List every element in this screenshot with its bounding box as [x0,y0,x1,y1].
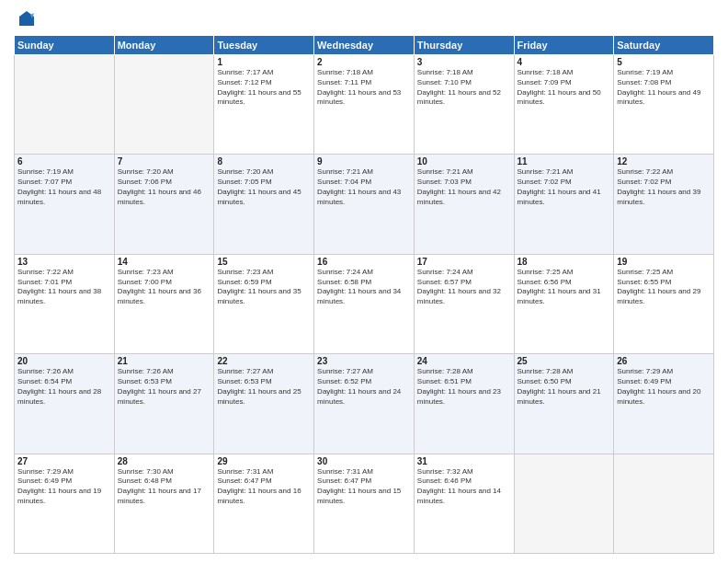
calendar-cell: 9Sunrise: 7:21 AMSunset: 7:04 PMDaylight… [314,155,415,254]
day-number: 22 [217,356,311,366]
day-number: 27 [17,456,111,466]
day-number: 15 [217,257,311,267]
calendar-cell [114,55,214,155]
day-info: Sunrise: 7:27 AMSunset: 6:52 PMDaylight:… [317,367,411,407]
calendar-cell: 30Sunrise: 7:31 AMSunset: 6:47 PMDayligh… [314,454,415,553]
day-info: Sunrise: 7:30 AMSunset: 6:48 PMDaylight:… [118,467,211,507]
day-number: 26 [617,356,711,366]
day-info: Sunrise: 7:29 AMSunset: 6:49 PMDaylight:… [17,467,111,507]
calendar-week-row: 13Sunrise: 7:22 AMSunset: 7:01 PMDayligh… [15,254,714,353]
calendar-table: SundayMondayTuesdayWednesdayThursdayFrid… [14,35,714,554]
weekday-header: Monday [114,36,214,55]
day-number: 16 [317,257,411,267]
day-info: Sunrise: 7:26 AMSunset: 6:54 PMDaylight:… [17,367,111,407]
day-number: 10 [417,156,511,167]
day-number: 1 [217,57,311,67]
calendar-cell: 17Sunrise: 7:24 AMSunset: 6:57 PMDayligh… [414,254,514,353]
calendar-cell: 3Sunrise: 7:18 AMSunset: 7:10 PMDaylight… [414,55,514,155]
day-info: Sunrise: 7:17 AMSunset: 7:12 PMDaylight:… [217,68,311,108]
day-number: 31 [417,456,511,466]
day-info: Sunrise: 7:18 AMSunset: 7:10 PMDaylight:… [417,68,511,108]
day-info: Sunrise: 7:20 AMSunset: 7:05 PMDaylight:… [217,167,311,207]
day-number: 12 [617,156,711,167]
day-info: Sunrise: 7:18 AMSunset: 7:09 PMDaylight:… [518,68,611,108]
day-number: 6 [17,156,111,167]
calendar-cell: 22Sunrise: 7:27 AMSunset: 6:53 PMDayligh… [214,354,314,454]
day-info: Sunrise: 7:32 AMSunset: 6:46 PMDaylight:… [417,467,511,507]
day-info: Sunrise: 7:22 AMSunset: 7:01 PMDaylight:… [17,268,111,307]
day-info: Sunrise: 7:26 AMSunset: 6:53 PMDaylight:… [118,367,211,407]
day-number: 19 [617,257,711,267]
weekday-header: Tuesday [214,36,314,55]
day-number: 8 [217,156,311,167]
calendar-cell: 2Sunrise: 7:18 AMSunset: 7:11 PMDaylight… [314,55,415,155]
day-number: 9 [317,156,411,167]
day-number: 17 [417,257,511,267]
day-info: Sunrise: 7:28 AMSunset: 6:50 PMDaylight:… [518,367,611,407]
day-info: Sunrise: 7:25 AMSunset: 6:56 PMDaylight:… [518,268,611,307]
day-number: 4 [518,57,611,67]
calendar-cell: 6Sunrise: 7:19 AMSunset: 7:07 PMDaylight… [15,155,115,254]
day-info: Sunrise: 7:20 AMSunset: 7:06 PMDaylight:… [118,167,211,207]
logo-icon [17,9,36,28]
day-number: 13 [17,257,111,267]
day-number: 18 [518,257,611,267]
day-number: 29 [217,456,311,466]
calendar-cell: 7Sunrise: 7:20 AMSunset: 7:06 PMDaylight… [114,155,214,254]
calendar-cell: 29Sunrise: 7:31 AMSunset: 6:47 PMDayligh… [214,454,314,553]
day-info: Sunrise: 7:22 AMSunset: 7:02 PMDaylight:… [617,167,711,207]
day-number: 2 [317,57,411,67]
day-info: Sunrise: 7:31 AMSunset: 6:47 PMDaylight:… [217,467,311,507]
calendar-cell: 26Sunrise: 7:29 AMSunset: 6:49 PMDayligh… [614,354,714,454]
day-number: 20 [17,356,111,366]
calendar-cell: 8Sunrise: 7:20 AMSunset: 7:05 PMDaylight… [214,155,314,254]
weekday-header: Wednesday [314,36,415,55]
calendar-cell: 1Sunrise: 7:17 AMSunset: 7:12 PMDaylight… [214,55,314,155]
day-info: Sunrise: 7:25 AMSunset: 6:55 PMDaylight:… [617,268,711,307]
day-number: 14 [118,257,211,267]
calendar-week-row: 27Sunrise: 7:29 AMSunset: 6:49 PMDayligh… [15,454,714,553]
calendar-cell [15,55,115,155]
calendar-header-row: SundayMondayTuesdayWednesdayThursdayFrid… [15,36,714,55]
day-number: 11 [518,156,611,167]
day-info: Sunrise: 7:31 AMSunset: 6:47 PMDaylight:… [317,467,411,507]
calendar-cell: 15Sunrise: 7:23 AMSunset: 6:59 PMDayligh… [214,254,314,353]
calendar-cell: 4Sunrise: 7:18 AMSunset: 7:09 PMDaylight… [514,55,614,155]
calendar-cell [614,454,714,553]
calendar-week-row: 20Sunrise: 7:26 AMSunset: 6:54 PMDayligh… [15,354,714,454]
day-info: Sunrise: 7:23 AMSunset: 7:00 PMDaylight:… [118,268,211,307]
calendar-week-row: 1Sunrise: 7:17 AMSunset: 7:12 PMDaylight… [15,55,714,155]
day-number: 25 [518,356,611,366]
calendar-cell: 18Sunrise: 7:25 AMSunset: 6:56 PMDayligh… [514,254,614,353]
calendar-cell: 21Sunrise: 7:26 AMSunset: 6:53 PMDayligh… [114,354,214,454]
header [14,9,714,28]
day-number: 3 [417,57,511,67]
day-info: Sunrise: 7:24 AMSunset: 6:57 PMDaylight:… [417,268,511,307]
day-info: Sunrise: 7:28 AMSunset: 6:51 PMDaylight:… [417,367,511,407]
calendar-cell: 20Sunrise: 7:26 AMSunset: 6:54 PMDayligh… [15,354,115,454]
day-info: Sunrise: 7:21 AMSunset: 7:04 PMDaylight:… [317,167,411,207]
day-info: Sunrise: 7:29 AMSunset: 6:49 PMDaylight:… [617,367,711,407]
day-info: Sunrise: 7:21 AMSunset: 7:02 PMDaylight:… [518,167,611,207]
day-info: Sunrise: 7:24 AMSunset: 6:58 PMDaylight:… [317,268,411,307]
logo [14,9,36,28]
calendar-cell: 10Sunrise: 7:21 AMSunset: 7:03 PMDayligh… [414,155,514,254]
calendar-cell: 25Sunrise: 7:28 AMSunset: 6:50 PMDayligh… [514,354,614,454]
day-number: 5 [617,57,711,67]
day-number: 28 [118,456,211,466]
day-info: Sunrise: 7:23 AMSunset: 6:59 PMDaylight:… [217,268,311,307]
calendar-cell: 11Sunrise: 7:21 AMSunset: 7:02 PMDayligh… [514,155,614,254]
weekday-header: Saturday [614,36,714,55]
day-info: Sunrise: 7:19 AMSunset: 7:08 PMDaylight:… [617,68,711,108]
day-info: Sunrise: 7:18 AMSunset: 7:11 PMDaylight:… [317,68,411,108]
weekday-header: Thursday [414,36,514,55]
page: SundayMondayTuesdayWednesdayThursdayFrid… [0,0,728,563]
calendar-cell: 23Sunrise: 7:27 AMSunset: 6:52 PMDayligh… [314,354,415,454]
day-info: Sunrise: 7:27 AMSunset: 6:53 PMDaylight:… [217,367,311,407]
day-number: 23 [317,356,411,366]
weekday-header: Friday [514,36,614,55]
calendar-week-row: 6Sunrise: 7:19 AMSunset: 7:07 PMDaylight… [15,155,714,254]
calendar-cell: 13Sunrise: 7:22 AMSunset: 7:01 PMDayligh… [15,254,115,353]
calendar-cell: 5Sunrise: 7:19 AMSunset: 7:08 PMDaylight… [614,55,714,155]
weekday-header: Sunday [15,36,115,55]
